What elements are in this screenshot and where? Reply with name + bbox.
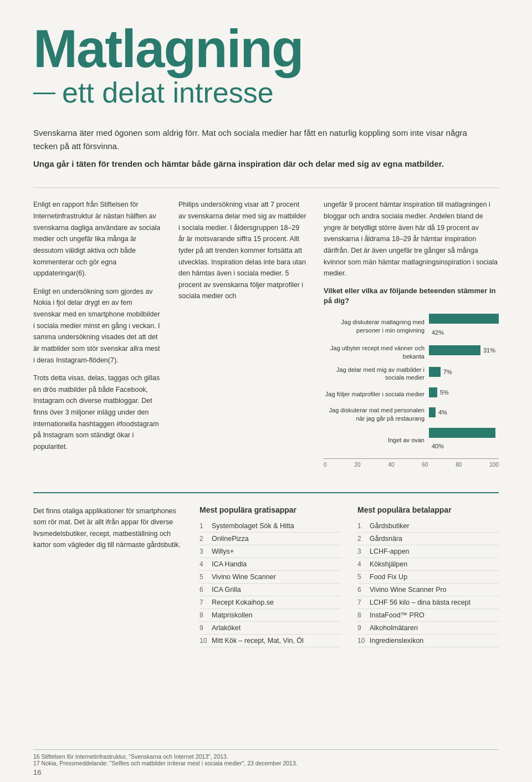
app-name: InstaFood™ PRO (370, 611, 424, 619)
bottom-section: Det finns otaliga applikationer för smar… (33, 505, 499, 647)
chart-bar-fill (429, 387, 437, 397)
chart-bar-wrap: 5% (429, 387, 499, 401)
chart-bar-fill (429, 367, 441, 377)
chart-bar-label: Jag diskuterar matlagning med personer i… (324, 318, 429, 334)
chart-bar-label: Jag delar med mig av matbilder i sociala… (324, 366, 429, 382)
app-name: Systembolaget Sök & Hitta (212, 522, 294, 530)
chart-bar-pct-label: 4% (438, 409, 447, 416)
chart-bar-fill (429, 314, 499, 324)
axis-label-0: 0 (324, 461, 327, 470)
axis-label-2: 40 (388, 461, 394, 470)
hero-subtitle: ett delat intresse (33, 75, 499, 110)
chart-bar-pct-label: 5% (440, 389, 449, 396)
free-app-item: 4ICA Handla (200, 558, 341, 571)
app-name: Gårdsbutiker (370, 522, 410, 530)
chart-axis: 0 20 40 60 80 100 (324, 458, 499, 470)
paid-apps-col: Mest populära betalappar 1Gårdsbutiker2G… (357, 505, 499, 647)
free-apps-col: Mest populära gratisappar 1Systembolaget… (200, 505, 341, 647)
page: Matlagning ett delat intresse Svenskarna… (0, 0, 532, 782)
axis-label-3: 60 (422, 461, 428, 470)
app-name: ICA Handla (212, 560, 247, 568)
app-num: 3 (357, 548, 370, 555)
chart-bar-row: Jag diskuterar mat med personalen när ja… (324, 406, 499, 422)
app-num: 2 (200, 535, 212, 543)
col-middle-p1: Philips undersökning visar att 7 procent… (178, 199, 307, 302)
chart-bar-wrap: 31% (429, 345, 499, 359)
free-app-item: 9Arlaköket (200, 622, 341, 635)
app-name: Arlaköket (212, 624, 241, 632)
paid-app-item: 2Gårdsnära (357, 533, 499, 545)
paid-app-item: 7LCHF 56 kilo – dina bästa recept (357, 596, 499, 609)
intro-p1: Svenskarna äter med ögonen som aldrig fö… (33, 126, 488, 153)
chart-bar-row: Jag utbyter recept med vänner och bekant… (324, 344, 499, 360)
app-name: OnlinePizza (212, 535, 249, 543)
app-num: 6 (200, 586, 212, 594)
page-number: 16 (33, 768, 41, 776)
axis-label-4: 80 (456, 461, 462, 470)
chart-bar-label: Jag utbyter recept med vänner och bekant… (324, 344, 429, 360)
app-name: Food Fix Up (370, 573, 407, 581)
footnotes: 16 Stiftelsen för Internetinfrastruktur,… (33, 749, 499, 766)
free-app-item: 7Recept Kokaihop.se (200, 596, 341, 609)
free-app-item: 8Matpriskollen (200, 609, 341, 622)
app-num: 2 (357, 535, 370, 543)
paid-app-item: 5Food Fix Up (357, 571, 499, 584)
app-name: Gårdsnära (370, 535, 402, 543)
chart-bar-row: Jag diskuterar matlagning med personer i… (324, 314, 499, 339)
chart-bar-label: Jag diskuterar mat med personalen när ja… (324, 406, 429, 422)
chart-container: Vilket eller vilka av följande beteenden… (324, 286, 499, 470)
free-app-item: 2OnlinePizza (200, 533, 341, 545)
app-name: Willys+ (212, 548, 234, 555)
col-left: Enligt en rapport från Stiftelsen för In… (33, 199, 162, 481)
paid-apps-title: Mest populära betalappar (357, 505, 499, 514)
app-name: LCHF 56 kilo – dina bästa recept (370, 599, 470, 606)
free-app-item: 1Systembolaget Sök & Hitta (200, 520, 341, 533)
app-num: 9 (357, 624, 370, 632)
paid-app-item: 3LCHF-appen (357, 545, 499, 558)
app-num: 10 (357, 637, 370, 645)
chart-bar-pct-label: 42% (432, 329, 444, 336)
app-num: 9 (200, 624, 212, 632)
chart-bar-wrap: 42% (429, 314, 499, 339)
app-name: Alkoholmätaren (370, 624, 418, 632)
chart-bar-pct-label: 31% (483, 347, 495, 354)
chart-bar-label: Inget av ovan (324, 436, 429, 444)
app-num: 1 (357, 522, 370, 530)
chart-bar-row: Jag delar med mig av matbilder i sociala… (324, 366, 499, 382)
app-num: 1 (200, 522, 212, 530)
app-name: Kökshjälpen (370, 560, 407, 568)
paid-app-item: 4Kökshjälpen (357, 558, 499, 571)
chart-bar-fill (429, 407, 436, 417)
chart-bar-label: Jag följer matprofiler i sociala medier (324, 390, 429, 398)
intro-p2: Unga går i täten för trenden och hämtar … (33, 157, 488, 171)
chart-bar-wrap: 4% (429, 407, 499, 421)
col-left-p2: Enligt en undersökning som gjordes av No… (33, 286, 162, 366)
app-num: 8 (200, 611, 212, 619)
app-num: 10 (200, 637, 212, 645)
app-name: Mitt Kök – recept, Mat, Vin, Öl (212, 637, 304, 645)
app-name: Vivino Wine Scanner (212, 573, 276, 581)
col-right-p1: ungefär 9 procent hämtar inspiration til… (324, 199, 499, 279)
paid-apps-list: 1Gårdsbutiker2Gårdsnära3LCHF-appen4Köksh… (357, 520, 499, 647)
footnote-17: 17 Nokia, Pressmeddelande: "Selfies och … (33, 760, 499, 766)
axis-label-5: 100 (489, 461, 499, 470)
chart-bar-pct-label: 7% (443, 369, 452, 375)
app-num: 5 (357, 573, 370, 581)
app-num: 5 (200, 573, 212, 581)
free-app-item: 3Willys+ (200, 545, 341, 558)
bottom-left-text: Det finns otaliga applikationer för smar… (33, 505, 183, 647)
chart-bar-pct-label: 40% (432, 443, 444, 449)
app-name: Matpriskollen (212, 611, 253, 619)
bottom-p1: Det finns otaliga applikationer för smar… (33, 505, 183, 551)
chart-bar-fill (429, 345, 480, 355)
section-divider (33, 492, 499, 493)
chart-bar-wrap: 40% (429, 428, 499, 453)
app-num: 6 (357, 586, 370, 594)
chart-bar-wrap: 7% (429, 367, 499, 381)
app-num: 7 (357, 599, 370, 606)
chart-bars: Jag diskuterar matlagning med personer i… (324, 314, 499, 453)
paid-app-item: 10Ingredienslexikon (357, 635, 499, 647)
bottom-right-lists: Mest populära gratisappar 1Systembolaget… (200, 505, 499, 647)
dash-icon (33, 93, 55, 94)
col-middle: Philips undersökning visar att 7 procent… (178, 199, 307, 481)
